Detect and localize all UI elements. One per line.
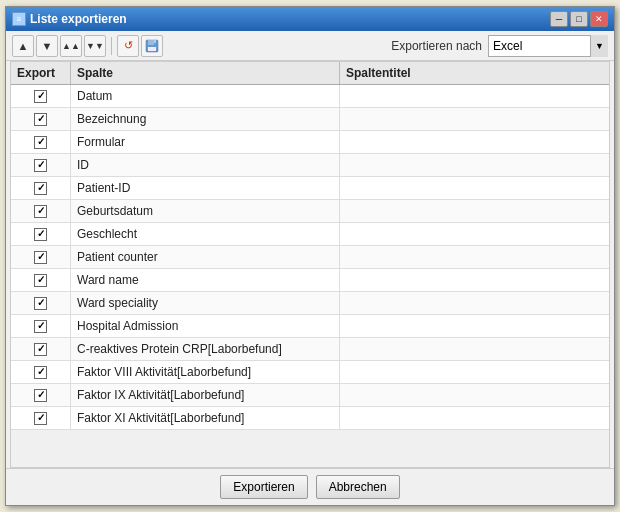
export-checkbox[interactable] bbox=[34, 412, 47, 425]
export-checkbox[interactable] bbox=[34, 251, 47, 264]
refresh-button[interactable]: ↺ bbox=[117, 35, 139, 57]
table-header: Export Spalte Spaltentitel bbox=[11, 62, 609, 85]
title-bar: ≡ Liste exportieren ─ □ ✕ bbox=[6, 7, 614, 31]
export-checkbox[interactable] bbox=[34, 113, 47, 126]
export-checkbox[interactable] bbox=[34, 228, 47, 241]
minimize-button[interactable]: ─ bbox=[550, 11, 568, 27]
spalte-cell: Geschlecht bbox=[71, 223, 340, 245]
spaltentitel-cell bbox=[340, 223, 609, 245]
save-button[interactable] bbox=[141, 35, 163, 57]
spaltentitel-cell bbox=[340, 384, 609, 406]
export-checkbox[interactable] bbox=[34, 159, 47, 172]
table-row: Geschlecht bbox=[11, 223, 609, 246]
footer: Exportieren Abbrechen bbox=[6, 468, 614, 505]
table-row: Formular bbox=[11, 131, 609, 154]
table-row: Hospital Admission bbox=[11, 315, 609, 338]
toolbar-separator bbox=[111, 37, 112, 55]
export-cell bbox=[11, 85, 71, 107]
export-checkbox[interactable] bbox=[34, 274, 47, 287]
export-cell bbox=[11, 361, 71, 383]
export-cell bbox=[11, 292, 71, 314]
export-button[interactable]: Exportieren bbox=[220, 475, 307, 499]
move-bottom-button[interactable]: ▼▼ bbox=[84, 35, 106, 57]
table-row: Faktor VIII Aktivität[Laborbefund] bbox=[11, 361, 609, 384]
export-cell bbox=[11, 223, 71, 245]
export-cell bbox=[11, 315, 71, 337]
export-checkbox[interactable] bbox=[34, 343, 47, 356]
export-checkbox[interactable] bbox=[34, 182, 47, 195]
window-icon: ≡ bbox=[12, 12, 26, 26]
spaltentitel-cell bbox=[340, 154, 609, 176]
spalte-cell: ID bbox=[71, 154, 340, 176]
table-row: Geburtsdatum bbox=[11, 200, 609, 223]
spaltentitel-cell bbox=[340, 246, 609, 268]
spaltentitel-cell bbox=[340, 177, 609, 199]
spaltentitel-cell bbox=[340, 338, 609, 360]
title-bar-left: ≡ Liste exportieren bbox=[12, 12, 127, 26]
export-checkbox[interactable] bbox=[34, 389, 47, 402]
spalte-cell: Datum bbox=[71, 85, 340, 107]
spalte-cell: Hospital Admission bbox=[71, 315, 340, 337]
svg-rect-1 bbox=[148, 40, 154, 45]
table-row: Bezeichnung bbox=[11, 108, 609, 131]
maximize-button[interactable]: □ bbox=[570, 11, 588, 27]
export-cell bbox=[11, 384, 71, 406]
spalte-cell: Ward speciality bbox=[71, 292, 340, 314]
spaltentitel-cell bbox=[340, 361, 609, 383]
spaltentitel-cell bbox=[340, 292, 609, 314]
export-checkbox[interactable] bbox=[34, 205, 47, 218]
export-cell bbox=[11, 246, 71, 268]
spaltentitel-cell bbox=[340, 407, 609, 429]
spalte-cell: Faktor IX Aktivität[Laborbefund] bbox=[71, 384, 340, 406]
move-up-button[interactable]: ▲ bbox=[12, 35, 34, 57]
export-label: Exportieren nach bbox=[391, 39, 482, 53]
table-row: Faktor IX Aktivität[Laborbefund] bbox=[11, 384, 609, 407]
export-checkbox[interactable] bbox=[34, 90, 47, 103]
export-checkbox[interactable] bbox=[34, 320, 47, 333]
move-top-button[interactable]: ▲▲ bbox=[60, 35, 82, 57]
export-cell bbox=[11, 269, 71, 291]
export-destination-area: Exportieren nach Excel CSV PDF ▼ bbox=[391, 35, 608, 57]
export-cell bbox=[11, 407, 71, 429]
spalte-cell: Ward name bbox=[71, 269, 340, 291]
export-format-select[interactable]: Excel CSV PDF bbox=[488, 35, 608, 57]
spaltentitel-cell bbox=[340, 131, 609, 153]
column-header-spaltentitel: Spaltentitel bbox=[340, 62, 609, 84]
move-down-button[interactable]: ▼ bbox=[36, 35, 58, 57]
export-checkbox[interactable] bbox=[34, 297, 47, 310]
window-title: Liste exportieren bbox=[30, 12, 127, 26]
export-cell bbox=[11, 131, 71, 153]
spalte-cell: Faktor VIII Aktivität[Laborbefund] bbox=[71, 361, 340, 383]
toolbar: ▲ ▼ ▲▲ ▼▼ ↺ Exportieren nach Excel CSV P… bbox=[6, 31, 614, 61]
close-button[interactable]: ✕ bbox=[590, 11, 608, 27]
table-row: Ward name bbox=[11, 269, 609, 292]
spaltentitel-cell bbox=[340, 85, 609, 107]
export-cell bbox=[11, 338, 71, 360]
export-checkbox[interactable] bbox=[34, 366, 47, 379]
table-row: C-reaktives Protein CRP[Laborbefund] bbox=[11, 338, 609, 361]
table-row: ID bbox=[11, 154, 609, 177]
table-row: Patient-ID bbox=[11, 177, 609, 200]
spalte-cell: Formular bbox=[71, 131, 340, 153]
table-row: Datum bbox=[11, 85, 609, 108]
table-row: Patient counter bbox=[11, 246, 609, 269]
table-row: Ward speciality bbox=[11, 292, 609, 315]
column-header-export: Export bbox=[11, 62, 71, 84]
export-format-wrapper[interactable]: Excel CSV PDF ▼ bbox=[488, 35, 608, 57]
title-buttons: ─ □ ✕ bbox=[550, 11, 608, 27]
svg-rect-2 bbox=[148, 47, 156, 51]
spalte-cell: Geburtsdatum bbox=[71, 200, 340, 222]
table-row: Faktor XI Aktivität[Laborbefund] bbox=[11, 407, 609, 430]
spaltentitel-cell bbox=[340, 200, 609, 222]
export-checkbox[interactable] bbox=[34, 136, 47, 149]
spaltentitel-cell bbox=[340, 315, 609, 337]
spalte-cell: Bezeichnung bbox=[71, 108, 340, 130]
cancel-button[interactable]: Abbrechen bbox=[316, 475, 400, 499]
export-cell bbox=[11, 154, 71, 176]
spalte-cell: Faktor XI Aktivität[Laborbefund] bbox=[71, 407, 340, 429]
spaltentitel-cell bbox=[340, 108, 609, 130]
export-cell bbox=[11, 177, 71, 199]
spalte-cell: Patient-ID bbox=[71, 177, 340, 199]
spalte-cell: Patient counter bbox=[71, 246, 340, 268]
main-window: ≡ Liste exportieren ─ □ ✕ ▲ ▼ ▲▲ ▼▼ ↺ Ex… bbox=[5, 6, 615, 506]
